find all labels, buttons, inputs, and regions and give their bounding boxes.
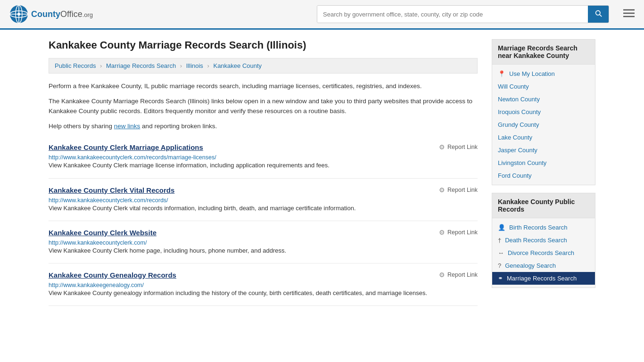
result-url-3[interactable]: http://www.kankakeegenealogy.com/ — [49, 282, 144, 288]
pr-link-2[interactable]: ↔Divorce Records Search — [492, 247, 595, 259]
public-records-title: Kankakee County Public Records — [492, 193, 595, 218]
pr-icon-0: 👤 — [498, 224, 505, 231]
report-link-3[interactable]: ⚙ Report Link — [439, 271, 478, 279]
breadcrumb: Public Records › Marriage Records Search… — [49, 58, 478, 74]
nearby-link-6[interactable]: Livingston County — [492, 156, 595, 169]
result-desc-1: View Kankakee County Clerk vital records… — [49, 204, 478, 213]
para3-suffix: and reporting broken links. — [140, 123, 217, 130]
bc-sep-2: › — [180, 62, 182, 69]
result-title-1[interactable]: Kankakee County Clerk Vital Records — [49, 186, 174, 194]
location-icon: 📍 — [498, 70, 505, 77]
breadcrumb-marriage-records[interactable]: Marriage Records Search — [106, 62, 176, 69]
public-records-section: Kankakee County Public Records 👤Birth Re… — [492, 193, 595, 288]
results-list: Kankakee County Clerk Marriage Applicati… — [49, 136, 478, 306]
bc-sep-1: › — [100, 62, 102, 69]
logo-text: CountyOffice.org — [31, 9, 93, 19]
result-title-3[interactable]: Kankakee County Genealogy Records — [49, 271, 176, 279]
report-link-0[interactable]: ⚙ Report Link — [439, 143, 478, 151]
description-para1: Perform a free Kankakee County, IL publi… — [49, 81, 478, 91]
logo-icon — [9, 5, 28, 24]
para3-prefix: Help others by sharing — [49, 123, 114, 130]
pr-icon-1: † — [498, 237, 501, 244]
report-icon-0: ⚙ — [439, 143, 445, 151]
result-item: Kankakee County Clerk Website ⚙ Report L… — [49, 221, 478, 263]
nearby-link-2[interactable]: Iroquois County — [492, 106, 595, 118]
description-para2: The Kankakee County Marriage Records Sea… — [49, 96, 478, 116]
result-desc-3: View Kankakee County genealogy informati… — [49, 288, 478, 298]
result-desc-2: View Kankakee County Clerk home page, in… — [49, 246, 478, 255]
nearby-section-title: Marriage Records Search near Kankakee Co… — [492, 40, 595, 65]
result-title-0[interactable]: Kankakee County Clerk Marriage Applicati… — [49, 143, 203, 151]
pr-link-0[interactable]: 👤Birth Records Search — [492, 221, 595, 234]
result-url-2[interactable]: http://www.kankakeecountyclerk.com/ — [49, 239, 147, 246]
report-icon-2: ⚙ — [439, 229, 445, 236]
result-item: Kankakee County Clerk Marriage Applicati… — [49, 136, 478, 178]
search-input[interactable] — [317, 6, 588, 23]
breadcrumb-public-records[interactable]: Public Records — [55, 62, 96, 69]
result-url-1[interactable]: http://www.kankakeecountyclerk.com/recor… — [49, 197, 168, 204]
pr-label-1: Death Records Search — [505, 237, 567, 244]
breadcrumb-kankakee[interactable]: Kankakee County — [213, 62, 262, 69]
nearby-link-7[interactable]: Ford County — [492, 169, 595, 182]
pr-link-4[interactable]: ⚭Marriage Records Search — [492, 272, 595, 285]
logo[interactable]: CountyOffice.org — [9, 5, 93, 24]
report-link-2[interactable]: ⚙ Report Link — [439, 229, 478, 236]
report-link-1[interactable]: ⚙ Report Link — [439, 186, 478, 194]
pr-label-3: Genealogy Search — [505, 262, 556, 269]
result-item: Kankakee County Genealogy Records ⚙ Repo… — [49, 263, 478, 306]
pr-icon-3: ? — [498, 262, 501, 269]
description-para3: Help others by sharing new links and rep… — [49, 121, 478, 132]
result-title-2[interactable]: Kankakee County Clerk Website — [49, 229, 157, 237]
bc-sep-3: › — [207, 62, 209, 69]
result-desc-0: View Kankakee County Clerk marriage lice… — [49, 161, 478, 170]
nearby-link-0[interactable]: Will County — [492, 80, 595, 93]
nearby-links-list: Will CountyNewton CountyIroquois CountyG… — [492, 80, 595, 182]
result-item: Kankakee County Clerk Vital Records ⚙ Re… — [49, 179, 478, 221]
main-content: Kankakee County Marriage Records Search … — [49, 39, 478, 306]
svg-line-7 — [600, 15, 602, 16]
search-button[interactable] — [588, 6, 609, 23]
pr-label-2: Divorce Records Search — [508, 249, 574, 256]
new-links-link[interactable]: new links — [114, 123, 140, 130]
pr-label-4: Marriage Records Search — [507, 275, 577, 282]
nearby-link-1[interactable]: Newton County — [492, 93, 595, 106]
nearby-link-3[interactable]: Grundy County — [492, 118, 595, 131]
nearby-link-5[interactable]: Jasper County — [492, 144, 595, 156]
pr-link-1[interactable]: †Death Records Search — [492, 234, 595, 247]
search-bar — [317, 5, 609, 23]
report-icon-3: ⚙ — [439, 271, 445, 279]
pr-link-3[interactable]: ?Genealogy Search — [492, 259, 595, 272]
nearby-section: Marriage Records Search near Kankakee Co… — [492, 39, 595, 185]
menu-button[interactable] — [623, 8, 635, 20]
sidebar: Marriage Records Search near Kankakee Co… — [492, 39, 595, 306]
pr-icon-2: ↔ — [498, 249, 504, 256]
pr-label-0: Birth Records Search — [509, 224, 568, 231]
result-url-0[interactable]: http://www.kankakeecountyclerk.com/recor… — [49, 154, 216, 161]
pr-icon-4: ⚭ — [498, 275, 503, 282]
use-location-link[interactable]: 📍 Use My Location — [492, 67, 595, 80]
nearby-links: 📍 Use My Location Will CountyNewton Coun… — [492, 65, 595, 185]
page-title: Kankakee County Marriage Records Search … — [49, 39, 478, 51]
public-records-links-list: 👤Birth Records Search†Death Records Sear… — [492, 221, 595, 285]
nearby-link-4[interactable]: Lake County — [492, 131, 595, 144]
public-records-links: 👤Birth Records Search†Death Records Sear… — [492, 218, 595, 288]
report-icon-1: ⚙ — [439, 186, 445, 194]
breadcrumb-illinois[interactable]: Illinois — [186, 62, 203, 69]
use-location-label: Use My Location — [509, 70, 555, 77]
